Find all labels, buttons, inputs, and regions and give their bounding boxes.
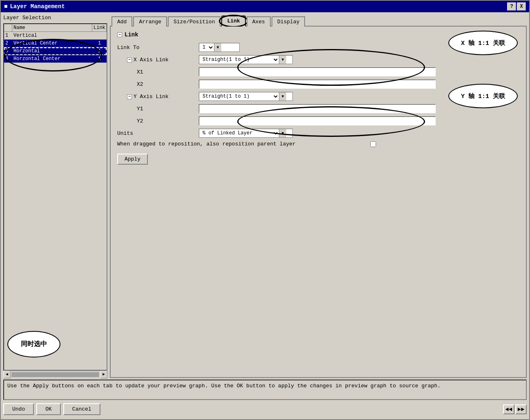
- left-panel: Layer Selection Name Link 1 Vertical: [3, 15, 107, 378]
- x-axis-link-text: X Axis Link: [134, 57, 169, 63]
- left-annotation-bubble: 同时选中: [7, 331, 60, 357]
- table-row[interactable]: 2 Vertical Center 1: [4, 40, 107, 47]
- bottom-buttons: Undo OK Cancel ◄◄ ►►: [3, 402, 527, 417]
- tab-axes[interactable]: Axes: [247, 16, 271, 27]
- x-axis-link-label: − X Axis Link: [117, 56, 199, 63]
- x2-label: X2: [117, 81, 199, 87]
- table-row[interactable]: 3 Horzontal 1: [4, 47, 107, 55]
- x1-row: X1: [117, 67, 519, 76]
- x1-label: X1: [117, 69, 199, 75]
- units-select-wrapper: % of Linked Layer ▼: [199, 129, 293, 138]
- units-label: Units: [117, 130, 199, 136]
- undo-button[interactable]: Undo: [3, 403, 34, 415]
- layer-selection-label: Layer Selection: [3, 15, 107, 21]
- units-dropdown-arrow[interactable]: ▼: [279, 129, 286, 137]
- row-link: [92, 35, 107, 36]
- window-title: Layer Management: [10, 3, 65, 10]
- link-to-label: Link To: [117, 45, 199, 51]
- row-name: Vertical Center: [12, 40, 92, 47]
- tab-size-position[interactable]: Size/Position: [168, 16, 220, 27]
- cancel-button[interactable]: Cancel: [63, 403, 100, 415]
- nav-arrows: ◄◄ ►►: [503, 404, 527, 414]
- section-title: Link: [125, 31, 138, 38]
- nav-left-btn[interactable]: ◄◄: [503, 404, 514, 414]
- row-num: 3: [4, 47, 12, 55]
- ok-button[interactable]: OK: [36, 403, 61, 415]
- tab-arrange[interactable]: Arrange: [133, 16, 167, 27]
- table-row[interactable]: 4 Horzontal Center 1: [4, 55, 107, 63]
- y1-row: Y1: [117, 104, 519, 113]
- row-link: 1: [92, 47, 107, 55]
- scroll-right-btn[interactable]: ►: [100, 371, 107, 378]
- tab-add[interactable]: Add: [111, 16, 132, 27]
- y1-label: Y1: [117, 106, 199, 112]
- y2-row: Y2: [117, 116, 519, 125]
- x-axis-select-wrapper: Straight(1 to 1) ▼: [199, 55, 293, 64]
- y-axis-select-wrapper: Straight(1 to 1) ▼: [199, 92, 293, 101]
- x-axis-select[interactable]: Straight(1 to 1): [199, 56, 279, 64]
- tab-link[interactable]: Link: [221, 16, 245, 27]
- info-bar-text: Use the Apply buttons on each tab to upd…: [7, 383, 441, 389]
- row-link: 1: [92, 40, 107, 47]
- bottom-area: Use the Apply buttons on each tab to upd…: [3, 380, 527, 417]
- reposition-checkbox[interactable]: [370, 141, 376, 147]
- units-row: Units % of Linked Layer ▼: [117, 129, 519, 138]
- y-axis-annotation: Y 轴 1:1 关联: [448, 84, 518, 108]
- row-name: Horzontal Center: [12, 55, 92, 63]
- y-axis-link-label: − Y Axis Link: [117, 93, 199, 100]
- scroll-track[interactable]: [11, 372, 99, 377]
- y-axis-collapse-btn[interactable]: −: [127, 94, 132, 99]
- y-axis-link-text: Y Axis Link: [134, 94, 169, 100]
- scrollbar[interactable]: ◄ ►: [3, 371, 107, 378]
- row-name: Vertical: [12, 32, 92, 39]
- x2-input[interactable]: [199, 80, 436, 89]
- row-name: Horzontal: [12, 47, 92, 55]
- tab-content: X 轴 1:1 关联 Y 轴 1:1 关联 − Link Link To: [110, 27, 527, 378]
- tab-display[interactable]: Display: [272, 16, 305, 27]
- scroll-left-btn[interactable]: ◄: [3, 371, 11, 378]
- col-name-header: Name: [12, 24, 92, 31]
- title-bar: ■ Layer Management ? X: [1, 1, 529, 12]
- link-to-dropdown-arrow[interactable]: ▼: [214, 43, 221, 51]
- x-axis-link-row: − X Axis Link Straight(1 to 1) ▼: [117, 55, 519, 64]
- reposition-row: When dragged to reposition, also reposit…: [117, 141, 519, 147]
- y1-input[interactable]: [199, 104, 436, 113]
- row-num: 4: [4, 55, 12, 63]
- title-bar-left: ■ Layer Management: [4, 3, 65, 10]
- y-axis-dropdown-arrow[interactable]: ▼: [279, 92, 286, 101]
- link-to-select[interactable]: 1: [199, 43, 214, 51]
- x-axis-collapse-btn[interactable]: −: [127, 58, 132, 63]
- title-buttons: ? X: [507, 2, 526, 11]
- main-content: Layer Selection Name Link 1 Vertical: [3, 15, 527, 378]
- x-axis-dropdown-arrow[interactable]: ▼: [279, 56, 286, 64]
- row-num: 1: [4, 32, 12, 39]
- y2-label: Y2: [117, 118, 199, 124]
- y-axis-annotation-text: Y 轴 1:1 关联: [461, 92, 505, 100]
- reposition-label: When dragged to reposition, also reposit…: [117, 141, 370, 147]
- x-axis-annotation: X 轴 1:1 关联: [448, 31, 518, 55]
- y-axis-select[interactable]: Straight(1 to 1): [199, 92, 279, 101]
- x-axis-annotation-text: X 轴 1:1 关联: [461, 39, 505, 47]
- y2-input[interactable]: [199, 116, 436, 125]
- info-bar: Use the Apply buttons on each tab to upd…: [3, 380, 527, 400]
- link-to-select-wrapper: 1 ▼: [199, 43, 240, 52]
- help-button[interactable]: ?: [507, 2, 516, 11]
- table-header: Name Link: [4, 24, 107, 32]
- col-num-header: [4, 24, 12, 31]
- table-row[interactable]: 1 Vertical: [4, 32, 107, 40]
- main-window: ■ Layer Management ? X Layer Selection N…: [0, 0, 530, 420]
- collapse-btn[interactable]: −: [117, 32, 122, 37]
- row-num: 2: [4, 40, 12, 47]
- close-button[interactable]: X: [517, 2, 526, 11]
- x1-input[interactable]: [199, 67, 436, 76]
- title-icon: ■: [4, 3, 7, 10]
- tabs-row: Add Arrange Size/Position Link Axes: [110, 15, 527, 27]
- col-link-header: Link: [92, 24, 107, 31]
- left-annotation-text: 同时选中: [21, 340, 47, 349]
- row-link: 1: [92, 55, 107, 63]
- units-select[interactable]: % of Linked Layer: [199, 129, 279, 137]
- right-panel: Add Arrange Size/Position Link Axes: [110, 15, 527, 378]
- apply-button[interactable]: Apply: [117, 154, 148, 165]
- nav-right-btn[interactable]: ►►: [515, 404, 527, 414]
- window-body: Layer Selection Name Link 1 Vertical: [1, 12, 529, 419]
